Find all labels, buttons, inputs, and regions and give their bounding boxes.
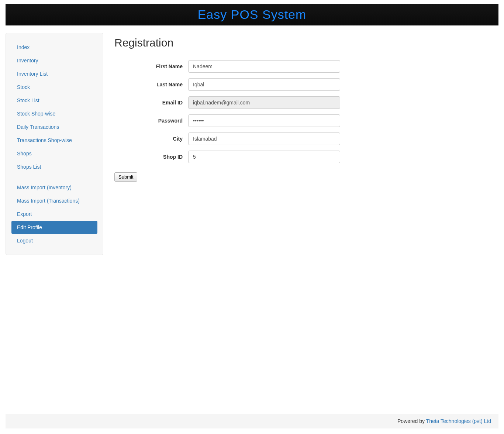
label-last-name: Last Name [114, 82, 188, 87]
sidebar-item-stock[interactable]: Stock [11, 80, 97, 94]
sidebar-item-mass-import-transactions[interactable]: Mass Import (Transactions) [11, 194, 97, 207]
sidebar-item-inventory-list[interactable]: Inventory List [11, 67, 97, 80]
page-title: Registration [114, 37, 484, 49]
shop-id-input[interactable] [188, 151, 340, 163]
main-content: Registration First Name Last Name Email … [114, 33, 498, 255]
city-input[interactable] [188, 132, 340, 145]
sidebar-item-mass-import-inventory[interactable]: Mass Import (Inventory) [11, 181, 97, 194]
sidebar: Index Inventory Inventory List Stock Sto… [6, 33, 103, 255]
submit-button[interactable]: Submit [114, 172, 137, 182]
sidebar-nav: Index Inventory Inventory List Stock Sto… [11, 41, 97, 247]
sidebar-item-edit-profile[interactable]: Edit Profile [11, 221, 97, 234]
sidebar-item-index[interactable]: Index [11, 41, 97, 54]
label-city: City [114, 136, 188, 142]
email-input[interactable] [188, 96, 340, 109]
label-first-name: First Name [114, 63, 188, 69]
label-shop-id: Shop ID [114, 154, 188, 160]
app-title: Easy POS System [198, 7, 307, 21]
password-input[interactable] [188, 114, 340, 127]
header-banner: Easy POS System [6, 4, 498, 25]
sidebar-item-inventory[interactable]: Inventory [11, 54, 97, 67]
sidebar-item-stock-shop-wise[interactable]: Stock Shop-wise [11, 107, 97, 120]
first-name-input[interactable] [188, 60, 340, 73]
sidebar-item-stock-list[interactable]: Stock List [11, 94, 97, 107]
sidebar-item-transactions-shop-wise[interactable]: Transactions Shop-wise [11, 134, 97, 147]
sidebar-item-shops[interactable]: Shops [11, 147, 97, 160]
sidebar-item-logout[interactable]: Logout [11, 234, 97, 247]
sidebar-item-daily-transactions[interactable]: Daily Transactions [11, 120, 97, 134]
sidebar-item-export[interactable]: Export [11, 207, 97, 221]
last-name-input[interactable] [188, 78, 340, 91]
label-email: Email ID [114, 100, 188, 106]
nav-spacer [11, 173, 97, 181]
label-password: Password [114, 118, 188, 124]
sidebar-item-shops-list[interactable]: Shops List [11, 160, 97, 173]
